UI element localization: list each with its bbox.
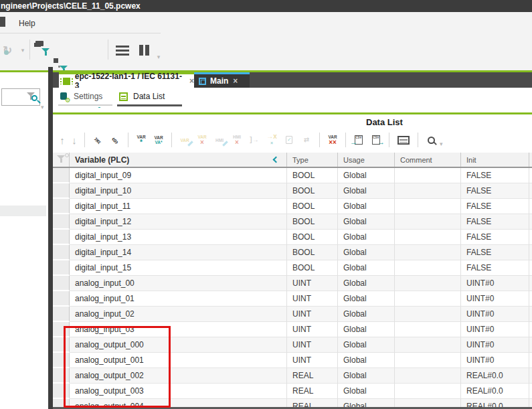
cell-type[interactable]: UINT — [287, 307, 338, 322]
table-row[interactable]: digital_input_12 BOOL Global FALSE — [53, 214, 532, 230]
menu-help[interactable]: Help — [19, 19, 35, 28]
cell-comment[interactable] — [395, 337, 461, 353]
cell-usage[interactable]: Global — [338, 353, 395, 368]
cell-comment[interactable] — [395, 291, 461, 307]
cell-variable[interactable]: analog_output_003 — [70, 384, 287, 399]
cell-type[interactable]: UINT — [287, 337, 338, 353]
row-header-cell[interactable] — [53, 337, 70, 353]
table-row[interactable]: analog_output_001 UINT Global UINT#0 — [53, 353, 532, 368]
cell-type[interactable]: BOOL — [287, 245, 338, 260]
row-header-cell[interactable] — [53, 291, 70, 307]
cell-type[interactable]: BOOL — [287, 183, 338, 199]
panel-selected-row[interactable] — [0, 206, 46, 216]
column-header-variable[interactable]: Variable (PLC) — [70, 153, 287, 167]
cell-variable[interactable]: digital_input_11 — [70, 199, 287, 214]
table-row[interactable]: digital_input_10 BOOL Global FALSE — [53, 183, 532, 199]
column-header-init[interactable]: Init — [461, 153, 529, 167]
cell-usage[interactable]: Global — [338, 368, 395, 384]
row-header-cell[interactable] — [53, 322, 70, 337]
cell-variable[interactable]: digital_input_12 — [70, 214, 287, 230]
cell-type[interactable]: BOOL — [287, 168, 338, 183]
row-header-cell[interactable] — [53, 168, 70, 183]
export-csv-icon[interactable]: CSV → — [368, 131, 384, 149]
cell-variable[interactable]: analog_output_001 — [70, 353, 287, 368]
cell-usage[interactable]: Global — [338, 260, 395, 276]
collapse-column-icon[interactable] — [273, 157, 280, 163]
table-row[interactable]: digital_input_11 BOOL Global FALSE — [53, 199, 532, 214]
cell-variable[interactable]: analog_input_03 — [70, 322, 287, 337]
cell-comment[interactable] — [395, 245, 461, 260]
cell-variable[interactable]: digital_input_09 — [70, 168, 287, 183]
list-view-icon[interactable] — [114, 39, 131, 61]
close-tab-icon[interactable]: × — [189, 76, 194, 86]
panel-splitter[interactable] — [48, 67, 53, 409]
delete-unused-variables-icon[interactable]: VAR ×× — [325, 131, 341, 149]
cell-comment[interactable] — [395, 168, 461, 183]
cell-type[interactable]: BOOL — [287, 199, 338, 214]
row-header-cell[interactable] — [53, 353, 70, 368]
cell-usage[interactable]: Global — [338, 245, 395, 260]
cell-type[interactable]: UINT — [287, 353, 338, 368]
subtab-data-list[interactable]: Data List — [119, 88, 165, 105]
table-row[interactable]: digital_input_09 BOOL Global FALSE — [53, 168, 532, 183]
table-row[interactable]: analog_output_002 REAL Global REAL#0.0 — [53, 368, 532, 384]
cell-usage[interactable]: Global — [338, 230, 395, 245]
cell-usage[interactable]: Global — [338, 337, 395, 353]
column-settings-icon[interactable] — [394, 131, 413, 149]
row-header-cell[interactable] — [53, 276, 70, 291]
cell-init[interactable]: FALSE — [461, 260, 529, 276]
row-header-cell[interactable] — [53, 183, 70, 199]
cell-comment[interactable] — [395, 230, 461, 245]
cell-comment[interactable] — [395, 353, 461, 368]
cell-type[interactable]: REAL — [287, 384, 338, 399]
row-header-cell[interactable] — [53, 214, 70, 230]
add-multiple-variables-icon[interactable]: VAR VA* — [151, 131, 167, 149]
row-header-cell[interactable] — [53, 307, 70, 322]
cell-usage[interactable]: Global — [338, 291, 395, 307]
cell-init[interactable]: FALSE — [461, 230, 529, 245]
cell-variable[interactable]: analog_output_000 — [70, 337, 287, 353]
cell-type[interactable]: BOOL — [287, 214, 338, 230]
cell-comment[interactable] — [395, 384, 461, 399]
cell-comment[interactable] — [395, 183, 461, 199]
row-header-cell[interactable] — [53, 199, 70, 214]
cell-usage[interactable]: Global — [338, 214, 395, 230]
cell-type[interactable]: UINT — [287, 291, 338, 307]
cell-variable[interactable]: analog_input_02 — [70, 307, 287, 322]
cell-init[interactable]: REAL#0.0 — [461, 384, 529, 399]
close-tab-icon[interactable]: × — [233, 76, 238, 86]
expand-all-icon[interactable]: «» — [107, 131, 123, 149]
cell-init[interactable]: UINT#0 — [461, 291, 529, 307]
cell-usage[interactable]: Global — [338, 307, 395, 322]
cell-usage[interactable]: Global — [338, 183, 395, 199]
cell-init[interactable]: UINT#0 — [461, 276, 529, 291]
cell-type[interactable]: UINT — [287, 322, 338, 337]
cell-type[interactable]: REAL — [287, 368, 338, 384]
cell-comment[interactable] — [395, 214, 461, 230]
table-row[interactable]: digital_input_14 BOOL Global FALSE — [53, 245, 532, 260]
row-header-cell[interactable] — [53, 384, 70, 399]
cell-init[interactable]: UINT#0 — [461, 322, 529, 337]
row-header-cell[interactable] — [53, 230, 70, 245]
cell-init[interactable]: UINT#0 — [461, 307, 529, 322]
search-icon[interactable] — [423, 131, 439, 149]
row-header-cell[interactable] — [53, 368, 70, 384]
cell-usage[interactable]: Global — [338, 168, 395, 183]
table-row[interactable]: digital_input_15 BOOL Global FALSE — [53, 260, 532, 276]
cell-comment[interactable] — [395, 322, 461, 337]
cell-init[interactable]: FALSE — [461, 214, 529, 230]
filter-device-icon[interactable] — [34, 39, 50, 57]
search-dropdown-caret[interactable]: ▾ — [41, 104, 44, 110]
cell-variable[interactable]: digital_input_14 — [70, 245, 287, 260]
tab-main[interactable]: Main × — [194, 72, 250, 88]
cell-comment[interactable] — [395, 368, 461, 384]
cell-init[interactable]: UINT#0 — [461, 353, 529, 368]
tab-device[interactable]: epc-1522-lan1-1 / IEC 61131-3 × — [59, 72, 194, 88]
table-row[interactable]: digital_input_13 BOOL Global FALSE — [53, 230, 532, 245]
cell-type[interactable]: BOOL — [287, 260, 338, 276]
project-search-input[interactable] — [1, 88, 40, 106]
cell-comment[interactable] — [395, 260, 461, 276]
table-row[interactable]: analog_input_01 UINT Global UINT#0 — [53, 291, 532, 307]
cell-variable[interactable]: analog_output_002 — [70, 368, 287, 384]
row-header-cell[interactable] — [53, 245, 70, 260]
